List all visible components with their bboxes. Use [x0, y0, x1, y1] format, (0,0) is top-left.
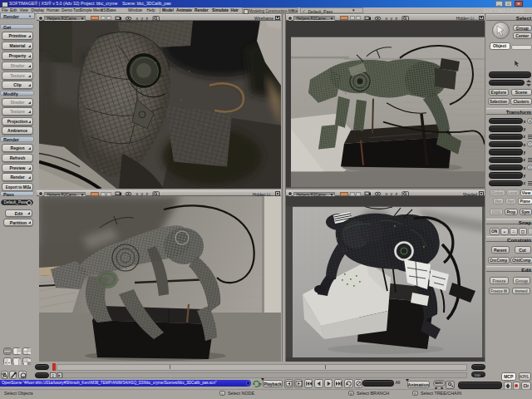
svg-text:?: ? — [259, 382, 262, 387]
